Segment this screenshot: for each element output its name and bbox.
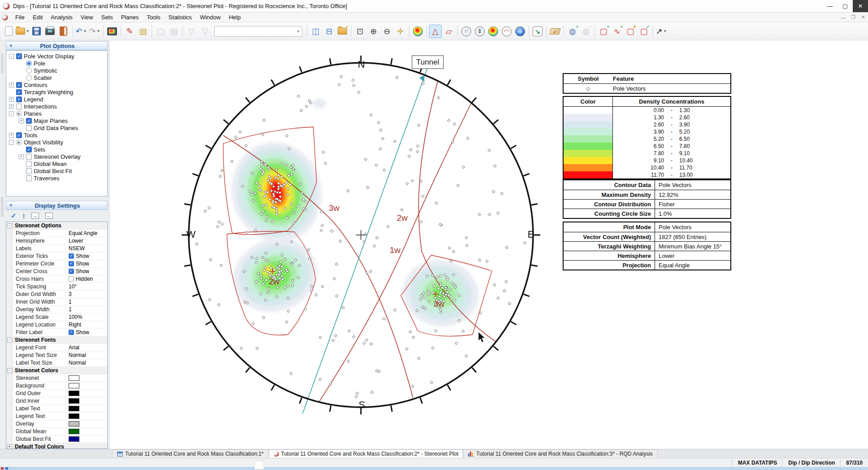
document-tab[interactable]: Tutorial 11 Oriented Core and Rock Mass … [463,449,658,458]
checkbox[interactable]: ✓ [16,89,22,95]
property-grid-outer[interactable]: Grid Outer [6,390,107,397]
group-expander-icon[interactable]: - [6,222,13,229]
report-generator-icon[interactable] [57,25,70,38]
display-settings-header[interactable]: ▼ Display Settings [6,201,108,210]
new-file-icon[interactable] [2,25,15,38]
orientation-format-status[interactable]: Dip / Dip Direction [782,460,840,466]
color-swatch[interactable] [69,406,79,411]
property-inner-grid-width[interactable]: Inner Grid Width1 [6,298,107,306]
menu-view[interactable]: View [77,13,97,22]
trace-plane-icon[interactable]: ▱ [443,25,455,38]
symbolic-pole-plot-icon[interactable]: ⇕ [473,25,486,38]
property-value[interactable]: ✓Show [66,268,107,274]
property-value[interactable]: ✓Show [66,261,107,267]
property-value[interactable] [66,383,107,388]
property-value[interactable] [66,398,107,404]
value-checkbox[interactable]: ✓ [69,261,74,266]
property-perimeter-circle[interactable]: Perimeter Circle✓Show [6,260,107,268]
property-label-text[interactable]: Label Text [6,405,107,413]
property-value[interactable]: Normal [66,352,107,358]
value-checkbox[interactable]: ✓ [69,330,74,335]
open-file-icon[interactable]: ▼ [16,25,30,38]
tree-item-grid-data-planes[interactable]: Grid Data Planes [6,124,107,131]
property-value[interactable]: Normal [66,360,107,366]
arrow-icon[interactable]: ▶ [16,139,22,145]
checkbox[interactable] [26,125,32,131]
menu-file[interactable]: File [11,13,29,22]
add-plane-icon[interactable]: ◍+ [566,25,579,38]
property-group-default-tool-colors[interactable]: +Default Tool Colors [6,443,107,449]
property-value[interactable]: Right [66,322,107,328]
expander-icon[interactable]: + [19,118,24,123]
property-legend-location[interactable]: Legend LocationRight [6,321,107,329]
edit-tool-icon[interactable]: ✎ [123,25,136,38]
checkbox[interactable] [26,154,32,160]
stereonet-plot[interactable]: 3w2w1w2w3wNESWTunnel [109,40,868,449]
stereonet-canvas[interactable]: 3w2w1w2w3wNESWTunnel Symbol Feature ◇ Po… [109,40,868,449]
property-value[interactable]: ✓Show [66,253,107,259]
checkbox[interactable]: ✓ [16,53,22,59]
property-value[interactable] [66,429,107,434]
menu-edit[interactable]: Edit [29,13,47,22]
contour-plot-colored-icon[interactable] [487,25,499,38]
property-exterior-ticks[interactable]: Exterior Ticks✓Show [6,252,107,260]
value-checkbox[interactable]: ✓ [69,269,74,274]
set-window-options-icon[interactable]: ▢✓ [638,25,650,38]
property-value[interactable]: 100% [66,314,107,320]
document-tab[interactable]: Tutorial 11 Oriented Core and Rock Mass … [112,449,269,458]
color-swatch[interactable] [69,398,79,404]
color-swatch[interactable] [69,421,79,426]
import-settings-icon[interactable]: ← [45,213,53,219]
color-swatch[interactable] [69,391,79,396]
plot-options-header[interactable]: ▼ Plot Options [6,41,108,50]
property-value[interactable]: 10° [66,283,107,290]
tile-horizontal-icon[interactable]: ⊟ [323,25,335,38]
checkbox[interactable] [16,104,22,109]
fold-analysis-icon[interactable]: ↙ [549,25,561,38]
property-value[interactable]: Equal Angle [66,230,107,236]
property-value[interactable]: 1 [66,299,107,305]
expander-icon[interactable]: + [9,83,14,87]
checkbox[interactable]: ✓ [16,82,22,88]
add-set-window-icon[interactable]: ▢+ [597,25,610,38]
value-checkbox[interactable] [69,276,74,282]
expander-icon[interactable]: + [9,104,14,109]
menu-window[interactable]: Window [196,13,225,22]
property-stereonet[interactable]: Stereonet [6,374,107,382]
checkbox[interactable]: ✓ [16,132,22,138]
tree-item-object-visibility[interactable]: -▶Object Visibility [6,139,107,146]
expander-icon[interactable]: - [9,111,14,116]
data-count-status[interactable]: 87/310 [840,460,868,466]
property-value[interactable]: 1 [66,306,107,313]
tree-item-traverses[interactable]: Traverses [6,174,107,182]
property-hemisphere[interactable]: HemisphereLower [6,237,107,245]
new-view-icon[interactable]: + [336,25,349,38]
property-tick-spacing[interactable]: Tick Spacing10° [6,283,107,291]
menu-sets[interactable]: Sets [97,13,117,22]
tree-item-major-planes[interactable]: +✓Major Planes [6,117,107,124]
zoom-out-icon[interactable]: ⊖ [381,25,393,38]
mdi-restore-button[interactable]: ❐ [848,14,858,20]
arrow-icon[interactable]: ▶ [16,111,22,117]
property-value[interactable]: Lower [66,238,107,244]
edit-set-window-icon[interactable]: ▢✦ [624,25,637,38]
checkbox[interactable]: ✓ [16,96,22,102]
query-combo-box[interactable]: ▾ [214,26,302,37]
property-grid-inner[interactable]: Grid Inner [6,397,107,405]
tree-item-planes[interactable]: -▶Planes [6,110,107,117]
tree-item-terzaghi-weighting[interactable]: ✓Terzaghi Weighting [6,88,107,96]
property-filter-label[interactable]: Filter Label✓Show [6,329,107,336]
property-legend-text[interactable]: Legend Text [6,413,107,420]
property-value[interactable] [66,375,107,381]
value-checkbox[interactable]: ✓ [69,253,74,259]
color-swatch[interactable] [69,429,79,434]
tree-item-tools[interactable]: +✓Tools [6,131,107,139]
menu-help[interactable]: Help [225,13,245,22]
property-value[interactable]: 3 [66,291,107,297]
mdi-close-button[interactable]: ✕ [858,14,868,20]
collapse-icon[interactable]: ▼ [9,44,13,48]
property-projection[interactable]: ProjectionEqual Angle [6,230,107,237]
property-value[interactable] [66,391,107,396]
tree-item-global-mean[interactable]: Global Mean [6,160,107,167]
property-legend-scale[interactable]: Legend Scale100% [6,313,107,321]
